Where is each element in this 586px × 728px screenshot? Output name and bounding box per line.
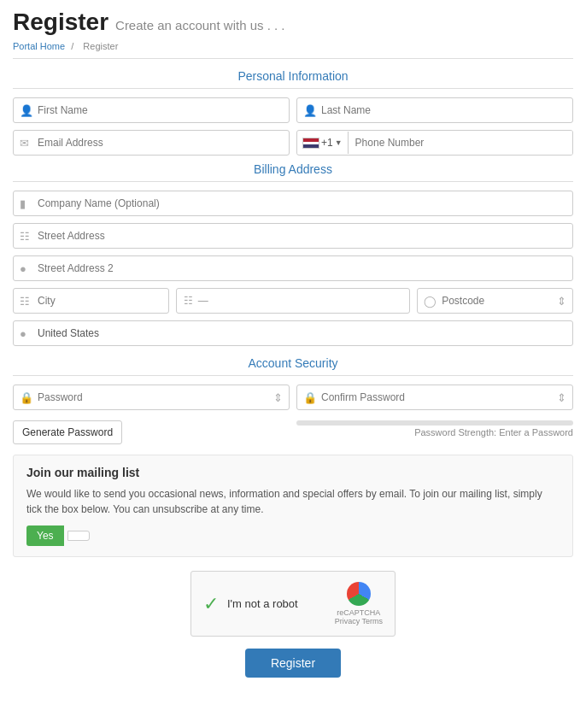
state-group: ☷ — xyxy=(176,288,410,314)
breadcrumb-home[interactable]: Portal Home xyxy=(13,41,65,51)
mailing-list-box: Join our mailing list We would like to s… xyxy=(13,455,573,557)
phone-flag-selector[interactable]: +1 ▼ xyxy=(297,132,349,154)
captcha-logo: reCAPTCHA Privacy Terms xyxy=(335,582,383,625)
grid-icon: ☷ xyxy=(20,230,30,243)
captcha-box: ✓ I'm not a robot reCAPTCHA Privacy Term… xyxy=(13,571,573,637)
confirm-password-eye-icon[interactable]: ⇕ xyxy=(557,391,566,404)
lock-icon: 🔒 xyxy=(20,391,33,404)
company-row: ▮ xyxy=(13,191,573,216)
street-input[interactable] xyxy=(13,223,573,249)
breadcrumb: Portal Home / Register xyxy=(13,41,573,59)
register-btn-row: Register xyxy=(13,649,573,678)
envelope-icon: ✉ xyxy=(20,137,29,150)
name-row: 👤 👤 xyxy=(13,97,573,123)
street-group: ☷ xyxy=(13,223,573,249)
confirm-password-input-wrap: 🔒 ⇕ xyxy=(296,385,573,410)
street2-input[interactable] xyxy=(13,255,573,281)
country-input[interactable] xyxy=(13,320,573,346)
phone-group: +1 ▼ xyxy=(296,130,573,156)
email-group: ✉ xyxy=(13,130,290,156)
password-input-wrap: 🔒 ⇕ xyxy=(13,385,290,410)
city-input-wrap: ☷ xyxy=(13,288,169,314)
first-name-group: 👤 xyxy=(13,97,290,123)
street-row: ☷ xyxy=(13,223,573,249)
email-input[interactable] xyxy=(13,130,290,156)
breadcrumb-separator: / xyxy=(71,41,73,51)
postcode-input[interactable] xyxy=(417,288,573,314)
state-icon: ☷ xyxy=(184,295,193,307)
person-icon: 👤 xyxy=(20,104,33,117)
city-group: ☷ xyxy=(13,288,169,314)
password-strength-bar xyxy=(296,420,573,426)
us-flag-icon xyxy=(302,138,319,149)
last-name-input-wrap: 👤 xyxy=(296,97,573,123)
captcha-widget[interactable]: ✓ I'm not a robot reCAPTCHA Privacy Term… xyxy=(190,571,396,637)
person-icon-2: 👤 xyxy=(303,104,317,117)
pin-icon: ● xyxy=(20,262,26,275)
password-group: 🔒 ⇕ xyxy=(13,385,290,410)
generate-strength-row: Generate Password Password Strength: Ent… xyxy=(13,417,573,444)
postcode-input-wrap: ◯ ⇕ xyxy=(417,288,573,314)
postcode-expand-icon: ⇕ xyxy=(557,295,566,308)
last-name-group: 👤 xyxy=(296,97,573,123)
register-button[interactable]: Register xyxy=(245,649,341,678)
mailing-yes-button[interactable]: Yes xyxy=(26,525,64,546)
password-strength-label: Password Strength: Enter a Password xyxy=(296,427,573,437)
mailing-title: Join our mailing list xyxy=(26,466,560,479)
mailing-no-button[interactable] xyxy=(67,531,90,541)
strength-group: Password Strength: Enter a Password xyxy=(296,417,573,444)
street2-input-wrap: ● xyxy=(13,255,573,281)
captcha-left: ✓ I'm not a robot xyxy=(203,593,298,615)
city-icon: ☷ xyxy=(20,295,30,308)
password-row: 🔒 ⇕ 🔒 ⇕ xyxy=(13,385,573,410)
phone-input[interactable] xyxy=(349,131,572,155)
password-eye-icon[interactable]: ⇕ xyxy=(273,391,283,404)
building-icon: ▮ xyxy=(20,197,26,210)
street2-row: ● xyxy=(13,255,573,281)
country-code: +1 xyxy=(321,137,333,149)
company-group: ▮ xyxy=(13,191,573,216)
page-title-row: Register Create an account with us . . . xyxy=(13,9,573,36)
city-state-postcode-row: ☷ ☷ — ◯ ⇕ xyxy=(13,288,573,314)
confirm-password-input[interactable] xyxy=(296,385,573,410)
street-input-wrap: ☷ xyxy=(13,223,573,249)
recaptcha-icon xyxy=(347,582,371,606)
recaptcha-links: Privacy Terms xyxy=(335,617,383,625)
captcha-checkmark-icon: ✓ xyxy=(203,593,219,615)
country-input-wrap: ● xyxy=(13,320,573,346)
last-name-input[interactable] xyxy=(296,97,573,123)
recaptcha-brand: reCAPTCHA xyxy=(337,608,380,617)
phone-input-wrap: +1 ▼ xyxy=(296,130,573,156)
generate-password-button[interactable]: Generate Password xyxy=(13,420,122,444)
billing-section-title: Billing Address xyxy=(13,162,573,182)
street2-group: ● xyxy=(13,255,573,281)
mailing-toggle-row: Yes xyxy=(26,525,560,546)
country-row: ● xyxy=(13,320,573,346)
account-security-section-title: Account Security xyxy=(13,356,573,376)
state-selector[interactable]: ☷ — xyxy=(176,288,410,314)
company-input-wrap: ▮ xyxy=(13,191,573,216)
postcode-icon: ◯ xyxy=(424,295,437,308)
city-input[interactable] xyxy=(13,288,169,314)
postcode-group: ◯ ⇕ xyxy=(417,288,573,314)
contact-row: ✉ +1 ▼ xyxy=(13,130,573,156)
password-input[interactable] xyxy=(13,385,290,410)
mailing-body: We would like to send you occasional new… xyxy=(26,486,560,517)
page-title: Register xyxy=(13,9,108,36)
confirm-password-group: 🔒 ⇕ xyxy=(296,385,573,410)
email-input-wrap: ✉ xyxy=(13,130,290,156)
first-name-input-wrap: 👤 xyxy=(13,97,290,123)
lock-icon-2: 🔒 xyxy=(303,391,317,404)
breadcrumb-current: Register xyxy=(83,41,118,51)
personal-info-section-title: Personal Information xyxy=(13,69,573,89)
country-group: ● xyxy=(13,320,573,346)
captcha-label: I'm not a robot xyxy=(227,597,298,610)
generate-btn-group: Generate Password xyxy=(13,417,290,444)
state-value: — xyxy=(198,295,208,307)
caret-icon: ▼ xyxy=(335,138,343,147)
page-subtitle: Create an account with us . . . xyxy=(115,18,284,32)
company-input[interactable] xyxy=(13,191,573,216)
first-name-input[interactable] xyxy=(13,97,290,123)
globe-icon: ● xyxy=(20,327,26,340)
